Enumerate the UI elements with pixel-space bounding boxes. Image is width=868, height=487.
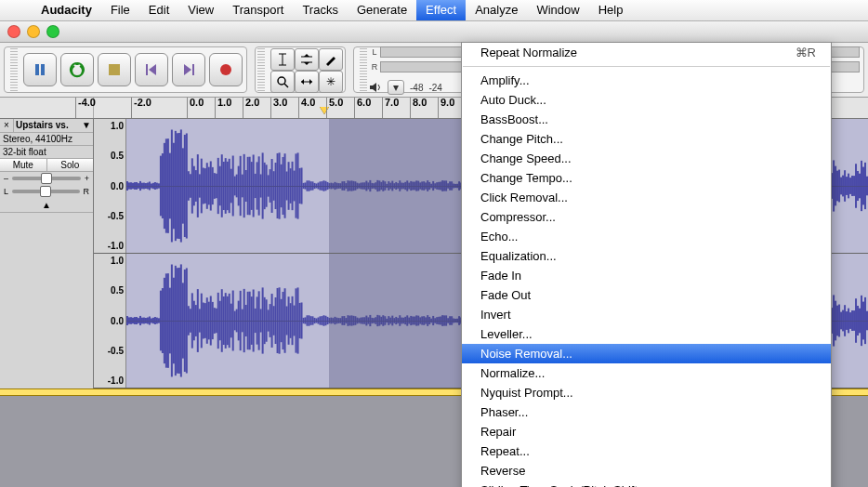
ruler-tick: 6.0 [354,98,371,118]
menu-separator [463,66,830,67]
track-control-panel: × Upstairs vs.▼ Stereo, 44100Hz 32-bit f… [0,119,94,388]
menu-view[interactable]: View [178,0,223,20]
svg-marker-4 [149,64,156,75]
svg-rect-2 [109,64,120,75]
effect-item-repeat[interactable]: Repeat... [462,441,831,461]
stop-button[interactable] [98,53,131,86]
menu-file[interactable]: File [101,0,139,20]
effect-item-phaser[interactable]: Phaser... [462,402,831,422]
solo-button[interactable]: Solo [47,159,94,171]
pause-button[interactable] [23,53,57,86]
meter-menu-icon[interactable]: ▾ [388,80,404,95]
track-bitdepth-label: 32-bit float [0,146,93,159]
mute-button[interactable]: Mute [0,159,47,171]
db-mark: -48 [410,83,423,93]
ruler-tick: 4.0 [298,98,315,118]
draw-tool-icon[interactable] [319,48,343,71]
selection-tool-icon[interactable] [270,48,295,71]
svg-marker-14 [304,62,309,65]
menu-effect[interactable]: Effect [416,0,466,20]
track-name-dropdown[interactable]: Upstairs vs.▼ [14,119,93,132]
amplitude-scale: 1.0 0.5 0.0 -0.5 -1.0 [94,254,126,388]
close-window-button[interactable] [7,25,20,38]
ruler-tick: 3.0 [270,98,287,118]
ruler-tick: -2.0 [131,98,151,118]
zoom-tool-icon[interactable] [270,71,295,93]
effect-item-fade-out[interactable]: Fade Out [462,285,831,305]
tools-toolbar: ✳ [255,46,346,93]
svg-marker-19 [309,79,312,85]
effect-item-change-pitch[interactable]: Change Pitch... [462,129,831,149]
effect-item-invert[interactable]: Invert [462,305,831,324]
skip-end-button[interactable] [172,53,205,86]
effect-item-reverse[interactable]: Reverse [462,461,831,480]
menu-generate[interactable]: Generate [348,0,416,20]
svg-marker-20 [370,83,376,92]
menu-help[interactable]: Help [589,0,633,20]
menu-edit[interactable]: Edit [139,0,178,20]
effect-menu-dropdown: Repeat Normalize ⌘R Amplify...Auto Duck.… [461,42,832,487]
ruler-tick: 1.0 [215,98,231,118]
effect-item-bassboost[interactable]: BassBoost... [462,110,831,129]
effect-item-equalization[interactable]: Equalization... [462,246,831,266]
multi-tool-icon[interactable]: ✳ [319,71,343,93]
effect-item-compressor[interactable]: Compressor... [462,207,831,227]
svg-marker-18 [301,79,304,85]
play-button[interactable] [60,53,94,86]
zoom-window-button[interactable] [46,25,59,38]
amplitude-scale: 1.0 0.5 0.0 -0.5 -1.0 [94,119,126,253]
menu-app[interactable]: Audacity [32,0,101,20]
svg-rect-1 [41,64,45,75]
svg-marker-6 [184,64,191,75]
effect-item-nyquist-prompt[interactable]: Nyquist Prompt... [462,383,831,402]
effect-item-normalize[interactable]: Normalize... [462,363,831,383]
track-format-label: Stereo, 44100Hz [0,133,93,146]
menu-window[interactable]: Window [527,0,588,20]
effect-item-repair[interactable]: Repair [462,422,831,441]
shortcut-label: ⌘R [796,45,816,60]
skip-start-button[interactable] [135,53,168,86]
gain-slider[interactable]: – + [0,172,93,185]
effect-item-noise-removal[interactable]: Noise Removal... [462,344,831,363]
svg-rect-5 [192,64,194,75]
ruler-tick: -4.0 [75,98,96,118]
ruler-tick: 8.0 [410,98,427,118]
meter-l-label: L [369,47,380,57]
effect-item-click-removal[interactable]: Click Removal... [462,188,831,207]
menu-analyze[interactable]: Analyze [466,0,527,20]
svg-point-7 [220,64,231,75]
timeshift-tool-icon[interactable] [295,71,319,93]
toolbar-grip[interactable] [360,48,367,91]
envelope-tool-icon[interactable] [295,48,319,71]
effect-item-auto-duck[interactable]: Auto Duck... [462,90,831,110]
ruler-tick: 2.0 [243,98,259,118]
speaker-icon[interactable] [369,81,382,94]
pan-slider[interactable]: L R [0,185,93,198]
effect-item-change-tempo[interactable]: Change Tempo... [462,168,831,188]
app-window: stairs [0,21,868,487]
menu-transport[interactable]: Transport [223,0,293,20]
svg-marker-13 [304,54,309,57]
effect-item-change-speed[interactable]: Change Speed... [462,149,831,168]
titlebar[interactable] [0,21,868,43]
effect-item-sliding-time-scale-pitch-shift[interactable]: Sliding Time Scale/Pitch Shift... [462,480,831,487]
transport-toolbar [4,46,247,93]
svg-rect-0 [35,64,39,75]
effect-repeat-last[interactable]: Repeat Normalize ⌘R [462,43,831,62]
ruler-tick: 0.0 [187,98,204,118]
ruler-tick: 9.0 [438,98,454,118]
effect-item-leveller[interactable]: Leveller... [462,324,831,344]
toolbar-grip[interactable] [10,48,18,91]
menu-tracks[interactable]: Tracks [293,0,348,20]
minimize-window-button[interactable] [27,25,40,38]
svg-rect-3 [146,64,148,75]
effect-item-fade-in[interactable]: Fade In [462,266,831,285]
mac-menubar: Audacity File Edit View Transport Tracks… [0,0,868,21]
effect-item-amplify[interactable]: Amplify... [462,71,831,90]
effect-item-echo[interactable]: Echo... [462,227,831,246]
track-close-button[interactable]: × [0,119,14,132]
track-collapse-button[interactable]: ▲ [0,198,93,213]
toolbar-grip[interactable] [257,48,265,91]
record-button[interactable] [209,53,243,86]
svg-line-16 [284,84,288,87]
